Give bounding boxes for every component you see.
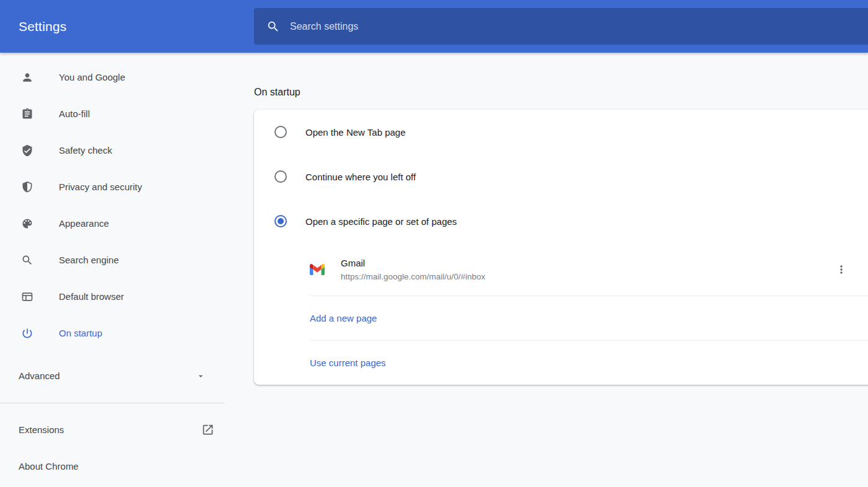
- section-title: On startup: [254, 87, 868, 98]
- more-actions-button[interactable]: [834, 262, 849, 277]
- on-startup-card: Open the New Tab page Continue where you…: [254, 110, 868, 385]
- startup-page-row-gmail: Gmail https://mail.google.com/mail/u/0/#…: [254, 244, 868, 296]
- open-in-new-icon: [201, 423, 214, 436]
- safety-check-icon: [21, 144, 33, 157]
- privacy-shield-icon: [21, 181, 33, 193]
- sidebar-item-safety-check[interactable]: Safety check: [0, 132, 254, 169]
- sidebar-divider: [0, 403, 224, 403]
- sidebar-item-advanced[interactable]: Advanced: [0, 358, 254, 394]
- radio-button[interactable]: [274, 126, 287, 138]
- sidebar-item-label: Search engine: [59, 255, 119, 265]
- sidebar-item-label: Auto-fill: [59, 108, 90, 119]
- sidebar-item-appearance[interactable]: Appearance: [0, 205, 254, 242]
- startup-page-name: Gmail: [341, 258, 485, 268]
- sidebar-item-label: Appearance: [59, 218, 109, 229]
- person-icon: [21, 71, 33, 84]
- app-header: Settings: [0, 0, 868, 53]
- sidebar-item-label: Safety check: [59, 145, 112, 156]
- sidebar-item-autofill[interactable]: Auto-fill: [0, 95, 254, 132]
- add-new-page-row: Add a new page: [254, 296, 868, 340]
- sidebar-item-label: You and Google: [59, 72, 125, 82]
- use-current-pages-row: Use current pages: [254, 341, 868, 385]
- sidebar-item-label: Privacy and security: [59, 182, 142, 192]
- sidebar-item-label: On startup: [59, 328, 102, 338]
- radio-option-specific-pages[interactable]: Open a specific page or set of pages: [254, 199, 868, 244]
- search-input[interactable]: [290, 21, 724, 32]
- radio-option-label: Open a specific page or set of pages: [305, 216, 457, 227]
- sidebar-item-on-startup[interactable]: On startup: [0, 315, 254, 351]
- settings-sidebar: You and Google Auto-fill Safety check Pr…: [0, 53, 254, 485]
- extensions-label: Extensions: [19, 424, 64, 435]
- radio-option-continue[interactable]: Continue where you left off: [254, 154, 868, 199]
- gmail-icon: [310, 264, 325, 275]
- palette-icon: [21, 217, 33, 230]
- radio-option-label: Open the New Tab page: [305, 127, 406, 138]
- advanced-label: Advanced: [19, 371, 60, 381]
- sidebar-item-you-and-google[interactable]: You and Google: [0, 59, 254, 95]
- sidebar-item-label: Default browser: [59, 291, 124, 302]
- sidebar-item-extensions[interactable]: Extensions: [0, 411, 254, 448]
- add-new-page-link[interactable]: Add a new page: [310, 313, 377, 323]
- search-settings-box[interactable]: [254, 8, 868, 45]
- startup-page-url: https://mail.google.com/mail/u/0/#inbox: [341, 272, 485, 281]
- sidebar-item-default-browser[interactable]: Default browser: [0, 278, 254, 315]
- chevron-down-icon: [196, 371, 206, 381]
- search-icon: [266, 20, 280, 33]
- power-icon: [21, 327, 33, 340]
- browser-window-icon: [21, 291, 33, 303]
- radio-button[interactable]: [274, 170, 287, 183]
- radio-option-label: Continue where you left off: [305, 172, 416, 182]
- autofill-icon: [21, 108, 33, 120]
- three-dot-menu-icon: [835, 263, 848, 276]
- radio-option-new-tab[interactable]: Open the New Tab page: [254, 110, 868, 154]
- settings-content: On startup Open the New Tab page Continu…: [254, 53, 868, 385]
- search-engine-icon: [21, 254, 33, 266]
- sidebar-item-privacy-and-security[interactable]: Privacy and security: [0, 169, 254, 205]
- sidebar-item-search-engine[interactable]: Search engine: [0, 242, 254, 278]
- about-chrome-label: About Chrome: [19, 461, 79, 472]
- use-current-pages-link[interactable]: Use current pages: [310, 358, 386, 368]
- sidebar-item-about-chrome[interactable]: About Chrome: [0, 448, 254, 485]
- page-title: Settings: [19, 0, 66, 53]
- radio-button[interactable]: [274, 215, 287, 227]
